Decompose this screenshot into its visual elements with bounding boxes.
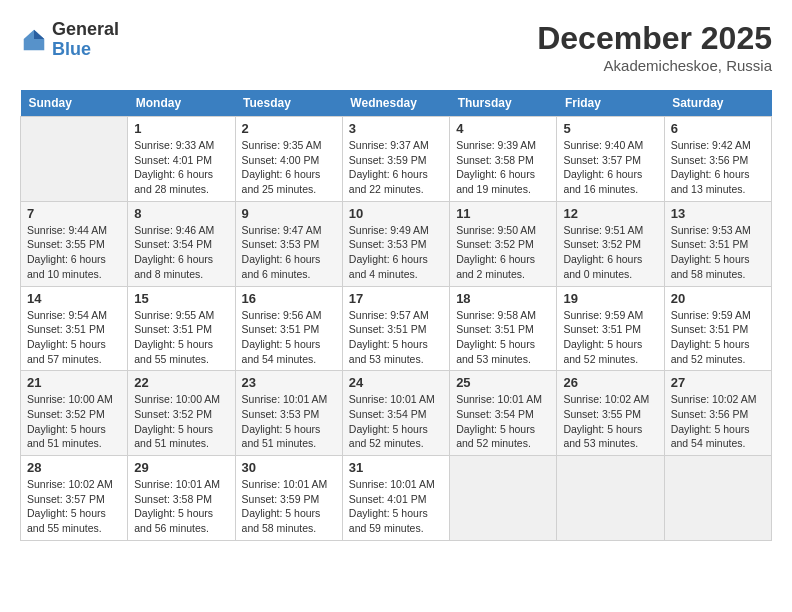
calendar-cell: 29Sunrise: 10:01 AMSunset: 3:58 PMDaylig…	[128, 456, 235, 541]
day-number: 15	[134, 291, 228, 306]
day-info: Sunrise: 9:51 AMSunset: 3:52 PMDaylight:…	[563, 223, 657, 282]
calendar-cell	[21, 117, 128, 202]
calendar-cell: 16Sunrise: 9:56 AMSunset: 3:51 PMDayligh…	[235, 286, 342, 371]
header-day-tuesday: Tuesday	[235, 90, 342, 117]
day-number: 5	[563, 121, 657, 136]
day-info: Sunrise: 10:01 AMSunset: 3:53 PMDaylight…	[242, 392, 336, 451]
day-number: 21	[27, 375, 121, 390]
day-number: 13	[671, 206, 765, 221]
day-info: Sunrise: 9:54 AMSunset: 3:51 PMDaylight:…	[27, 308, 121, 367]
day-number: 30	[242, 460, 336, 475]
day-info: Sunrise: 9:46 AMSunset: 3:54 PMDaylight:…	[134, 223, 228, 282]
header-day-friday: Friday	[557, 90, 664, 117]
logo-general-text: General	[52, 20, 119, 40]
day-info: Sunrise: 9:59 AMSunset: 3:51 PMDaylight:…	[563, 308, 657, 367]
calendar-cell: 8Sunrise: 9:46 AMSunset: 3:54 PMDaylight…	[128, 201, 235, 286]
day-number: 17	[349, 291, 443, 306]
day-info: Sunrise: 10:01 AMSunset: 3:59 PMDaylight…	[242, 477, 336, 536]
day-info: Sunrise: 9:33 AMSunset: 4:01 PMDaylight:…	[134, 138, 228, 197]
day-number: 22	[134, 375, 228, 390]
day-number: 25	[456, 375, 550, 390]
header-day-wednesday: Wednesday	[342, 90, 449, 117]
day-number: 2	[242, 121, 336, 136]
calendar-cell: 15Sunrise: 9:55 AMSunset: 3:51 PMDayligh…	[128, 286, 235, 371]
day-info: Sunrise: 9:42 AMSunset: 3:56 PMDaylight:…	[671, 138, 765, 197]
day-info: Sunrise: 9:44 AMSunset: 3:55 PMDaylight:…	[27, 223, 121, 282]
week-row-3: 14Sunrise: 9:54 AMSunset: 3:51 PMDayligh…	[21, 286, 772, 371]
calendar-cell: 22Sunrise: 10:00 AMSunset: 3:52 PMDaylig…	[128, 371, 235, 456]
calendar-cell: 18Sunrise: 9:58 AMSunset: 3:51 PMDayligh…	[450, 286, 557, 371]
calendar-body: 1Sunrise: 9:33 AMSunset: 4:01 PMDaylight…	[21, 117, 772, 541]
day-number: 7	[27, 206, 121, 221]
day-number: 16	[242, 291, 336, 306]
day-number: 3	[349, 121, 443, 136]
day-info: Sunrise: 9:37 AMSunset: 3:59 PMDaylight:…	[349, 138, 443, 197]
day-number: 23	[242, 375, 336, 390]
day-info: Sunrise: 9:35 AMSunset: 4:00 PMDaylight:…	[242, 138, 336, 197]
calendar-cell: 31Sunrise: 10:01 AMSunset: 4:01 PMDaylig…	[342, 456, 449, 541]
day-number: 9	[242, 206, 336, 221]
day-number: 27	[671, 375, 765, 390]
day-info: Sunrise: 10:00 AMSunset: 3:52 PMDaylight…	[134, 392, 228, 451]
title-block: December 2025 Akademicheskoe, Russia	[537, 20, 772, 74]
header-day-thursday: Thursday	[450, 90, 557, 117]
svg-marker-1	[34, 30, 44, 39]
calendar-cell	[664, 456, 771, 541]
calendar-cell: 5Sunrise: 9:40 AMSunset: 3:57 PMDaylight…	[557, 117, 664, 202]
day-number: 11	[456, 206, 550, 221]
day-info: Sunrise: 9:47 AMSunset: 3:53 PMDaylight:…	[242, 223, 336, 282]
week-row-5: 28Sunrise: 10:02 AMSunset: 3:57 PMDaylig…	[21, 456, 772, 541]
calendar-cell: 21Sunrise: 10:00 AMSunset: 3:52 PMDaylig…	[21, 371, 128, 456]
day-info: Sunrise: 10:02 AMSunset: 3:57 PMDaylight…	[27, 477, 121, 536]
day-info: Sunrise: 9:58 AMSunset: 3:51 PMDaylight:…	[456, 308, 550, 367]
calendar-cell: 17Sunrise: 9:57 AMSunset: 3:51 PMDayligh…	[342, 286, 449, 371]
day-info: Sunrise: 9:55 AMSunset: 3:51 PMDaylight:…	[134, 308, 228, 367]
month-year-title: December 2025	[537, 20, 772, 57]
logo-blue-text: Blue	[52, 40, 119, 60]
calendar-cell: 6Sunrise: 9:42 AMSunset: 3:56 PMDaylight…	[664, 117, 771, 202]
day-info: Sunrise: 10:02 AMSunset: 3:55 PMDaylight…	[563, 392, 657, 451]
day-number: 28	[27, 460, 121, 475]
day-info: Sunrise: 9:50 AMSunset: 3:52 PMDaylight:…	[456, 223, 550, 282]
header-day-monday: Monday	[128, 90, 235, 117]
calendar-cell: 24Sunrise: 10:01 AMSunset: 3:54 PMDaylig…	[342, 371, 449, 456]
day-info: Sunrise: 10:01 AMSunset: 3:54 PMDaylight…	[349, 392, 443, 451]
calendar-cell: 19Sunrise: 9:59 AMSunset: 3:51 PMDayligh…	[557, 286, 664, 371]
calendar-cell: 10Sunrise: 9:49 AMSunset: 3:53 PMDayligh…	[342, 201, 449, 286]
day-number: 19	[563, 291, 657, 306]
week-row-4: 21Sunrise: 10:00 AMSunset: 3:52 PMDaylig…	[21, 371, 772, 456]
calendar-cell: 14Sunrise: 9:54 AMSunset: 3:51 PMDayligh…	[21, 286, 128, 371]
day-number: 4	[456, 121, 550, 136]
calendar-cell: 13Sunrise: 9:53 AMSunset: 3:51 PMDayligh…	[664, 201, 771, 286]
page-header: General Blue December 2025 Akademichesko…	[20, 20, 772, 74]
day-info: Sunrise: 10:00 AMSunset: 3:52 PMDaylight…	[27, 392, 121, 451]
day-number: 6	[671, 121, 765, 136]
calendar-cell: 25Sunrise: 10:01 AMSunset: 3:54 PMDaylig…	[450, 371, 557, 456]
day-number: 14	[27, 291, 121, 306]
calendar-cell: 30Sunrise: 10:01 AMSunset: 3:59 PMDaylig…	[235, 456, 342, 541]
day-info: Sunrise: 9:39 AMSunset: 3:58 PMDaylight:…	[456, 138, 550, 197]
day-number: 1	[134, 121, 228, 136]
day-info: Sunrise: 10:01 AMSunset: 3:54 PMDaylight…	[456, 392, 550, 451]
week-row-2: 7Sunrise: 9:44 AMSunset: 3:55 PMDaylight…	[21, 201, 772, 286]
day-number: 24	[349, 375, 443, 390]
calendar-cell	[450, 456, 557, 541]
header-day-sunday: Sunday	[21, 90, 128, 117]
calendar-header: SundayMondayTuesdayWednesdayThursdayFrid…	[21, 90, 772, 117]
day-number: 26	[563, 375, 657, 390]
day-number: 31	[349, 460, 443, 475]
logo-icon	[20, 26, 48, 54]
day-info: Sunrise: 10:01 AMSunset: 4:01 PMDaylight…	[349, 477, 443, 536]
location-subtitle: Akademicheskoe, Russia	[537, 57, 772, 74]
logo: General Blue	[20, 20, 119, 60]
day-info: Sunrise: 9:57 AMSunset: 3:51 PMDaylight:…	[349, 308, 443, 367]
calendar-cell: 2Sunrise: 9:35 AMSunset: 4:00 PMDaylight…	[235, 117, 342, 202]
calendar-table: SundayMondayTuesdayWednesdayThursdayFrid…	[20, 90, 772, 541]
day-number: 8	[134, 206, 228, 221]
calendar-cell: 28Sunrise: 10:02 AMSunset: 3:57 PMDaylig…	[21, 456, 128, 541]
day-info: Sunrise: 9:40 AMSunset: 3:57 PMDaylight:…	[563, 138, 657, 197]
calendar-cell: 7Sunrise: 9:44 AMSunset: 3:55 PMDaylight…	[21, 201, 128, 286]
calendar-cell	[557, 456, 664, 541]
day-info: Sunrise: 9:49 AMSunset: 3:53 PMDaylight:…	[349, 223, 443, 282]
day-number: 12	[563, 206, 657, 221]
